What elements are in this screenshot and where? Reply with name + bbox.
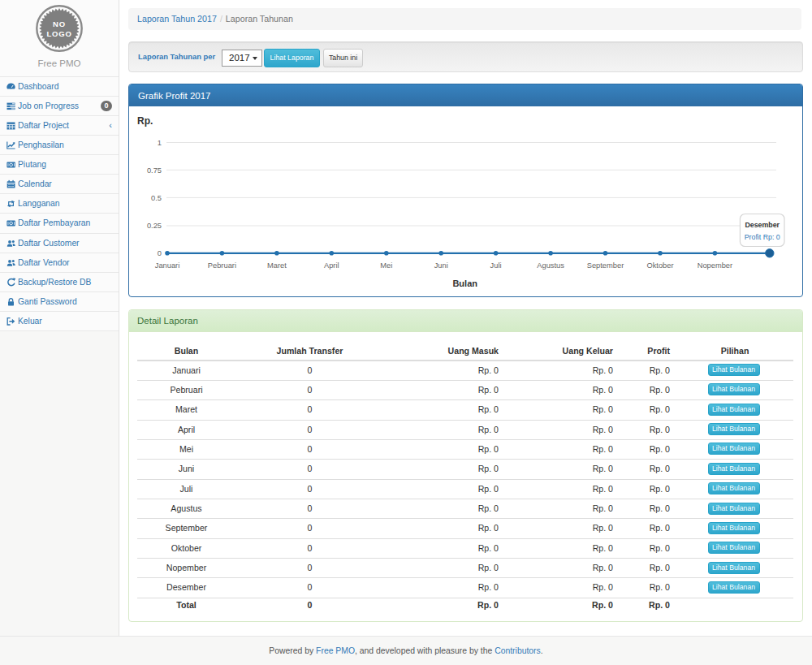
svg-text:Rp.: Rp. [137, 115, 153, 127]
svg-text:Nopember: Nopember [698, 261, 732, 270]
svg-text:Agustus: Agustus [537, 261, 564, 270]
svg-text:Juli: Juli [490, 261, 502, 270]
svg-text:Januari: Januari [155, 261, 180, 270]
svg-text:1: 1 [158, 139, 162, 147]
svg-text:0.5: 0.5 [151, 194, 162, 202]
svg-text:April: April [324, 261, 339, 270]
svg-text:0.25: 0.25 [147, 222, 162, 230]
svg-text:0.75: 0.75 [147, 166, 162, 175]
svg-text:Pebruari: Pebruari [208, 261, 236, 270]
svg-text:September: September [587, 261, 624, 270]
svg-text:Profit Rp: 0: Profit Rp: 0 [745, 233, 780, 241]
svg-text:Mei: Mei [380, 261, 392, 270]
svg-text:NO: NO [53, 19, 66, 28]
svg-text:0: 0 [158, 249, 162, 257]
svg-text:Juni: Juni [434, 261, 448, 270]
svg-text:Maret: Maret [267, 261, 287, 270]
svg-text:LOGO: LOGO [46, 29, 71, 38]
svg-text:Oktober: Oktober [646, 261, 673, 270]
svg-text:Desember: Desember [745, 221, 780, 229]
svg-text:Bulan: Bulan [452, 279, 477, 288]
